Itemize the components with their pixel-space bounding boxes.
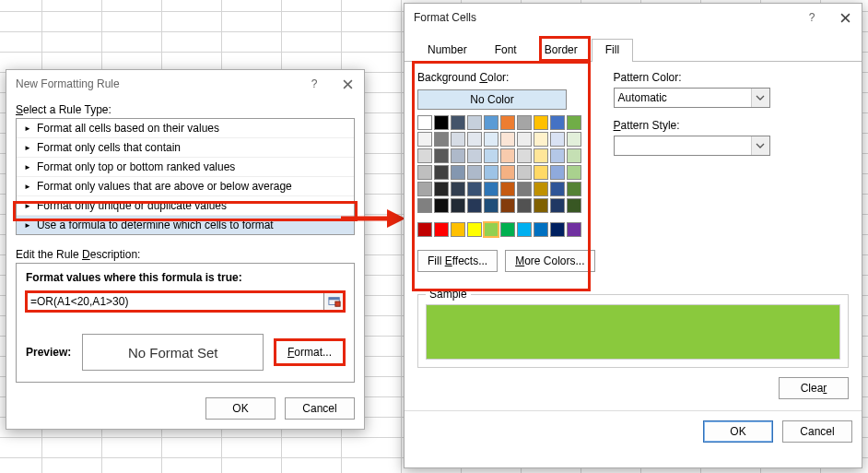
color-swatch[interactable] [451, 198, 465, 213]
color-swatch[interactable] [467, 198, 482, 213]
color-swatch[interactable] [417, 222, 432, 237]
color-swatch[interactable] [484, 115, 499, 130]
format-button[interactable]: Format... [275, 339, 345, 365]
color-swatch[interactable] [434, 115, 449, 130]
no-color-button[interactable]: No Color [417, 89, 567, 110]
color-swatch[interactable] [567, 115, 581, 130]
rule-type-item[interactable]: ►Format all cells based on their values [17, 119, 354, 137]
color-swatch[interactable] [567, 198, 581, 213]
tab-font[interactable]: Font [481, 39, 531, 62]
color-swatch[interactable] [417, 182, 432, 196]
color-swatch[interactable] [417, 198, 432, 213]
clear-button[interactable]: Clear [779, 377, 849, 399]
color-swatch[interactable] [500, 165, 515, 180]
color-swatch[interactable] [417, 115, 432, 130]
more-colors-button[interactable]: More Colors... [505, 250, 594, 272]
color-swatch[interactable] [500, 182, 515, 196]
color-swatch[interactable] [434, 132, 449, 147]
ok-button[interactable]: OK [205, 397, 276, 420]
color-swatch[interactable] [467, 115, 482, 130]
color-swatch[interactable] [517, 198, 532, 213]
rule-type-item[interactable]: ►Format only top or bottom ranked values [17, 157, 354, 176]
color-swatch[interactable] [534, 165, 548, 180]
color-swatch[interactable] [517, 115, 532, 130]
fill-effects-button[interactable]: Fill Effects... [417, 250, 498, 272]
tab-number[interactable]: Number [414, 39, 481, 62]
color-swatch[interactable] [434, 165, 449, 180]
color-swatch[interactable] [567, 148, 581, 163]
color-swatch[interactable] [434, 198, 449, 213]
color-swatch[interactable] [534, 148, 548, 163]
tab-border[interactable]: Border [531, 39, 592, 62]
color-swatch[interactable] [534, 222, 548, 237]
color-swatch[interactable] [517, 165, 532, 180]
color-swatch[interactable] [567, 222, 581, 237]
color-swatch[interactable] [517, 182, 532, 196]
color-swatch[interactable] [467, 132, 482, 147]
tab-fill[interactable]: Fill [592, 39, 633, 62]
close-button[interactable] [828, 4, 862, 31]
color-swatch[interactable] [550, 222, 565, 237]
rule-type-item[interactable]: ►Use a formula to determine which cells … [17, 215, 354, 234]
color-swatch[interactable] [567, 165, 581, 180]
help-button[interactable]: ? [298, 70, 331, 98]
color-swatch[interactable] [500, 198, 515, 213]
color-swatch[interactable] [534, 132, 548, 147]
color-swatch[interactable] [484, 165, 499, 180]
color-swatch[interactable] [484, 132, 499, 147]
preview-row: Preview: No Format Set Format... [26, 334, 345, 371]
rule-type-item[interactable]: ►Format only values that are above or be… [17, 176, 354, 195]
color-swatch[interactable] [500, 115, 515, 130]
color-swatch[interactable] [517, 132, 532, 147]
color-swatch[interactable] [451, 182, 465, 196]
color-swatch[interactable] [451, 165, 465, 180]
color-swatch[interactable] [484, 148, 499, 163]
color-swatch[interactable] [534, 198, 548, 213]
cancel-button[interactable]: Cancel [782, 420, 852, 443]
pattern-color-label: Pattern Color: [614, 71, 849, 84]
rule-type-list[interactable]: ►Format all cells based on their values►… [16, 118, 355, 235]
help-button[interactable]: ? [795, 4, 828, 31]
rule-type-item[interactable]: ►Format only unique or duplicate values [17, 195, 354, 215]
color-swatch[interactable] [500, 132, 515, 147]
ok-button[interactable]: OK [703, 420, 773, 443]
range-picker-icon[interactable] [324, 291, 345, 312]
color-swatch[interactable] [467, 165, 482, 180]
color-swatch[interactable] [467, 148, 482, 163]
color-swatch[interactable] [517, 148, 532, 163]
color-swatch[interactable] [451, 148, 465, 163]
color-swatch[interactable] [417, 165, 432, 180]
color-swatch[interactable] [534, 182, 548, 196]
color-swatch[interactable] [550, 148, 565, 163]
color-swatch[interactable] [451, 115, 465, 130]
color-swatch[interactable] [484, 198, 499, 213]
color-swatch[interactable] [467, 222, 482, 237]
close-button[interactable] [331, 70, 364, 98]
color-swatch[interactable] [550, 115, 565, 130]
color-swatch[interactable] [417, 132, 432, 147]
color-swatch[interactable] [484, 222, 499, 237]
color-swatch[interactable] [417, 148, 432, 163]
color-swatch[interactable] [550, 132, 565, 147]
color-swatch[interactable] [451, 132, 465, 147]
color-swatch[interactable] [434, 182, 449, 196]
color-swatch[interactable] [517, 222, 532, 237]
color-swatch[interactable] [500, 148, 515, 163]
rule-type-item[interactable]: ►Format only cells that contain [17, 137, 354, 157]
color-swatch[interactable] [434, 222, 449, 237]
color-swatch[interactable] [550, 165, 565, 180]
color-swatch[interactable] [550, 182, 565, 196]
color-swatch[interactable] [567, 132, 581, 147]
color-swatch[interactable] [534, 115, 548, 130]
color-swatch[interactable] [567, 182, 581, 196]
color-swatch[interactable] [550, 198, 565, 213]
color-swatch[interactable] [451, 222, 465, 237]
color-swatch[interactable] [467, 182, 482, 196]
cancel-button[interactable]: Cancel [285, 397, 355, 420]
color-swatch[interactable] [500, 222, 515, 237]
color-swatch[interactable] [434, 148, 449, 163]
formula-input[interactable] [26, 291, 324, 312]
pattern-style-select[interactable] [614, 136, 770, 156]
color-swatch[interactable] [484, 182, 499, 196]
pattern-color-select[interactable]: Automatic [614, 88, 770, 108]
